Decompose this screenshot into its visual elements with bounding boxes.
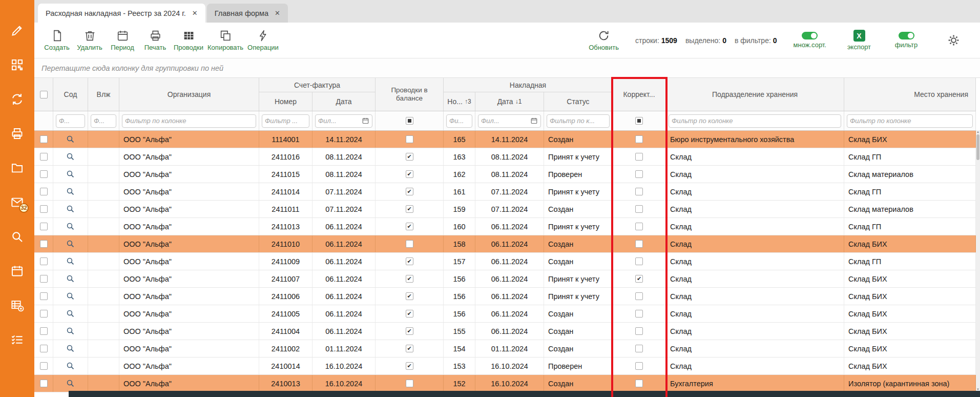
- table-add-icon[interactable]: [10, 299, 24, 312]
- correction-checkbox[interactable]: [635, 257, 643, 265]
- row-checkbox[interactable]: [40, 223, 48, 230]
- row-checkbox[interactable]: [40, 257, 48, 265]
- balance-checkbox[interactable]: [406, 275, 413, 283]
- edit-icon[interactable]: [10, 24, 24, 37]
- row-checkbox[interactable]: [40, 170, 48, 178]
- checklist-icon[interactable]: [10, 333, 24, 347]
- operations-button[interactable]: Операции: [245, 27, 281, 53]
- filter-toggle[interactable]: фильтр: [890, 30, 923, 51]
- table-row[interactable]: ООО "Альфа"241100606.11.202415606.11.202…: [34, 288, 976, 305]
- calendar-icon[interactable]: [530, 117, 538, 125]
- correction-checkbox[interactable]: [635, 240, 643, 248]
- row-checkbox[interactable]: [40, 327, 48, 335]
- row-checkbox[interactable]: [40, 345, 48, 352]
- correction-checkbox[interactable]: [635, 380, 643, 387]
- balance-checkbox[interactable]: [406, 135, 413, 143]
- col-header-status[interactable]: Статус: [544, 92, 613, 111]
- balance-checkbox[interactable]: [406, 205, 413, 213]
- group-header-invoice[interactable]: Счет-фактура: [259, 78, 376, 92]
- sync-icon[interactable]: [10, 92, 24, 106]
- correction-checkbox[interactable]: [635, 153, 643, 161]
- row-checkbox[interactable]: [40, 188, 48, 195]
- table-row[interactable]: ООО "Альфа"241100201.11.202415401.11.202…: [34, 340, 976, 358]
- filter-input-sod[interactable]: [59, 117, 82, 125]
- close-tab-icon[interactable]: ✕: [192, 10, 198, 16]
- row-checkbox[interactable]: [40, 380, 48, 387]
- tab-main-form[interactable]: Главная форма ✕: [207, 4, 288, 23]
- magnifier-icon[interactable]: [66, 205, 75, 213]
- col-header-sod[interactable]: Сод: [53, 78, 88, 111]
- magnifier-icon[interactable]: [66, 379, 75, 388]
- filter-input-location[interactable]: [850, 117, 970, 125]
- multi-sort-toggle[interactable]: множ.сорт.: [791, 30, 828, 51]
- delete-button[interactable]: Удалить: [73, 27, 106, 53]
- col-header-location[interactable]: Место хранения: [844, 78, 976, 111]
- col-header-organization[interactable]: Организация: [119, 78, 259, 111]
- col-header-department[interactable]: Подразделение хранения: [666, 78, 844, 111]
- magnifier-icon[interactable]: [66, 362, 75, 370]
- qr-code-icon[interactable]: [10, 58, 24, 72]
- tab-registry[interactable]: Расходная накладная - Реестр за 2024 г. …: [38, 4, 205, 23]
- create-button[interactable]: Создать: [40, 27, 73, 53]
- balance-checkbox[interactable]: [406, 188, 413, 195]
- close-tab-icon[interactable]: ✕: [275, 10, 280, 16]
- postings-button[interactable]: Проводки: [172, 27, 205, 53]
- col-header-date[interactable]: Дата↓1: [475, 92, 544, 111]
- group-by-hint[interactable]: Перетащите сюда колонку для группировки …: [34, 58, 980, 78]
- magnifier-icon[interactable]: [66, 187, 75, 196]
- filter-input-invoice-number[interactable]: [265, 117, 306, 125]
- settings-button[interactable]: [937, 32, 970, 49]
- row-checkbox[interactable]: [40, 310, 48, 317]
- correction-checkbox[interactable]: [635, 362, 643, 370]
- col-header-balance[interactable]: Проводки в балансе: [376, 78, 444, 111]
- select-all-checkbox[interactable]: [40, 91, 48, 98]
- filter-input-status[interactable]: [550, 117, 607, 125]
- balance-checkbox[interactable]: [406, 153, 413, 161]
- mail-icon[interactable]: 32: [10, 195, 24, 209]
- correction-checkbox[interactable]: [635, 310, 643, 317]
- table-row[interactable]: ООО "Альфа"241100506.11.202415606.11.202…: [34, 305, 976, 323]
- folder-icon[interactable]: [10, 161, 24, 175]
- balance-checkbox[interactable]: [406, 223, 413, 230]
- scrollbar-thumb[interactable]: [976, 134, 979, 160]
- correction-checkbox[interactable]: [635, 223, 643, 230]
- correction-checkbox[interactable]: [635, 275, 643, 283]
- copy-button[interactable]: Копировать: [205, 27, 245, 53]
- toggle-on-icon[interactable]: [899, 32, 914, 39]
- table-row[interactable]: ООО "Альфа"241100706.11.202415606.11.202…: [34, 270, 976, 288]
- table-row[interactable]: ООО "Альфа"241001316.10.202415216.10.202…: [34, 375, 976, 392]
- table-row[interactable]: ООО "Альфа"241101508.11.202416208.11.202…: [34, 166, 976, 183]
- table-row[interactable]: ООО "Альфа"241100906.11.202415706.11.202…: [34, 253, 976, 270]
- balance-checkbox[interactable]: [406, 327, 413, 335]
- row-checkbox[interactable]: [40, 153, 48, 161]
- table-row[interactable]: ООО "Альфа"241100406.11.202415506.11.202…: [34, 323, 976, 340]
- balance-checkbox[interactable]: [406, 362, 413, 370]
- print-button[interactable]: Печать: [139, 27, 172, 53]
- print-icon[interactable]: [10, 127, 24, 141]
- correction-checkbox[interactable]: [635, 135, 643, 143]
- balance-checkbox[interactable]: [406, 292, 413, 300]
- magnifier-icon[interactable]: [66, 292, 75, 301]
- correction-checkbox[interactable]: [635, 327, 643, 335]
- balance-checkbox[interactable]: [406, 310, 413, 317]
- balance-checkbox[interactable]: [406, 170, 413, 178]
- filter-input-invoice-date[interactable]: [318, 117, 360, 125]
- row-checkbox[interactable]: [40, 292, 48, 300]
- balance-checkbox[interactable]: [406, 380, 413, 387]
- balance-checkbox[interactable]: [406, 257, 413, 265]
- correction-filter-checkbox[interactable]: [635, 117, 643, 125]
- balance-filter-checkbox[interactable]: [406, 117, 413, 125]
- col-header-invoice-number[interactable]: Номер: [259, 92, 312, 111]
- filter-input-department[interactable]: [672, 117, 838, 125]
- table-row[interactable]: ООО "Альфа"111400114.11.202416514.11.202…: [34, 131, 976, 148]
- correction-checkbox[interactable]: [635, 205, 643, 213]
- calendar-icon[interactable]: [10, 264, 24, 278]
- row-checkbox[interactable]: [40, 135, 48, 143]
- scroll-up-icon[interactable]: ▲: [976, 130, 980, 133]
- table-row[interactable]: ООО "Альфа"241001416.10.202415316.10.202…: [34, 358, 976, 375]
- export-button[interactable]: X экспорт: [843, 28, 875, 53]
- group-header-waybill[interactable]: Накладная: [444, 78, 613, 92]
- row-checkbox[interactable]: [40, 275, 48, 283]
- correction-checkbox[interactable]: [635, 188, 643, 195]
- filter-input-date[interactable]: [481, 117, 529, 125]
